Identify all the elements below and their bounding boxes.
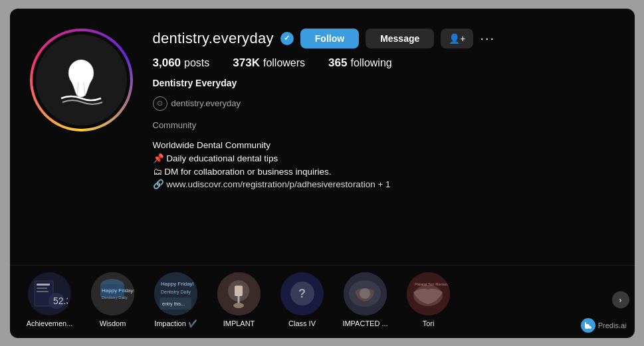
highlight-label-impaction: Impaction ✔️ [154,319,197,328]
link-row: ⊙ dentistry.everyday [153,96,615,111]
message-button[interactable]: Message [366,29,434,48]
svg-text:Dentistry Daily: Dentistry Daily [102,296,128,300]
bio-link[interactable]: 🔗 www.udiscovr.com/registration/p/adhesi… [153,179,615,189]
highlight-label-tori: Tori [423,319,435,327]
highlight-circle-implant [217,272,261,315]
question-mark-icon: ? [290,282,314,305]
highlight-classiv[interactable]: ? Class IV [276,272,329,327]
instagram-window: dentistry.everyday Follow Message 👤+ ···… [10,9,635,338]
highlight-label-classiv: Class IV [288,319,316,327]
bio-line-3: 🗂 DM for collaboration or business inqui… [153,165,615,179]
svg-text:entry this...: entry this... [162,302,185,307]
highlight-circle-impacted [344,272,387,315]
svg-text:Palatal Tori Removal: Palatal Tori Removal [415,282,450,286]
add-person-button[interactable]: 👤+ [441,29,473,48]
highlight-wisdom[interactable]: Happy Friday! Dentistry Daily Wisdom [86,272,140,327]
highlight-label-impacted: IMPACTED ... [342,319,387,327]
svg-point-27 [360,288,370,299]
svg-rect-5 [37,284,50,286]
posts-count: 3,060 [153,56,181,70]
avatar [36,35,127,126]
following-stat: 365 following [328,56,392,70]
predis-watermark: Predis.ai [581,318,627,333]
svg-text:52.3K: 52.3K [53,296,68,306]
following-label: following [350,57,391,69]
more-button[interactable]: ··· [480,31,495,46]
stats-row: 3,060 posts 373K followers 365 following [153,56,615,70]
highlight-tori[interactable]: Palatal Tori Removal Tori [402,272,455,327]
svg-point-24 [233,303,244,308]
svg-point-31 [589,326,591,329]
highlight-achievements[interactable]: 52.3K Achievemen... [23,272,76,327]
username-row: dentistry.everyday Follow Message 👤+ ··· [153,29,615,48]
following-count: 365 [328,56,347,70]
follow-button[interactable]: Follow [300,29,359,48]
highlight-label-implant: IMPLANT [223,319,255,327]
profile-info: dentistry.everyday Follow Message 👤+ ···… [153,29,615,252]
svg-rect-7 [37,291,49,292]
avatar-inner [33,31,130,129]
bio-line-2: 📌 Daily educational dental tips [153,152,615,165]
svg-text:Dentistry Daily: Dentistry Daily [161,290,191,295]
username: dentistry.everyday [153,30,274,47]
svg-text:Happy Friday!: Happy Friday! [102,288,134,294]
highlight-impacted[interactable]: IMPACTED ... [339,272,392,327]
highlight-circle-achievements: 52.3K [28,272,71,315]
display-name: Dentistry Everyday [153,78,615,88]
highlight-impaction[interactable]: Happy Friday! Dentistry Daily entry this… [150,272,203,328]
avatar-container [30,29,133,131]
highlight-implant[interactable]: IMPLANT [213,272,266,327]
highlight-circle-wisdom: Happy Friday! Dentistry Daily [91,272,134,315]
predis-logo-icon [581,318,595,333]
highlight-circle-impaction: Happy Friday! Dentistry Daily entry this… [154,272,197,315]
svg-rect-6 [37,288,47,289]
link-handle[interactable]: dentistry.everyday [171,98,241,108]
bio-line-1: Worldwide Dental Community [153,139,615,152]
verified-badge [280,32,294,45]
highlights-section: 52.3K Achievemen... Happy Friday! Dentis… [10,265,635,338]
followers-count: 373K [233,56,260,70]
highlights-next-button[interactable]: › [612,291,629,308]
highlight-label-wisdom: Wisdom [100,319,126,327]
posts-stat: 3,060 posts [153,56,210,70]
highlight-circle-tori: Palatal Tori Removal [407,272,450,315]
highlight-circle-classiv: ? [280,272,324,315]
add-person-icon: 👤+ [449,33,465,44]
bio: Worldwide Dental Community 📌 Daily educa… [153,139,615,190]
followers-stat: 373K followers [233,56,305,70]
svg-rect-22 [235,286,243,296]
link-icon: ⊙ [153,96,167,111]
followers-label: followers [263,57,305,69]
svg-text:Happy Friday!: Happy Friday! [161,281,194,287]
community-label: Community [153,119,615,131]
predis-brand-text: Predis.ai [598,321,627,329]
highlight-label-achievements: Achievemen... [27,319,73,327]
profile-section: dentistry.everyday Follow Message 👤+ ···… [10,9,635,265]
posts-label: posts [184,57,209,69]
